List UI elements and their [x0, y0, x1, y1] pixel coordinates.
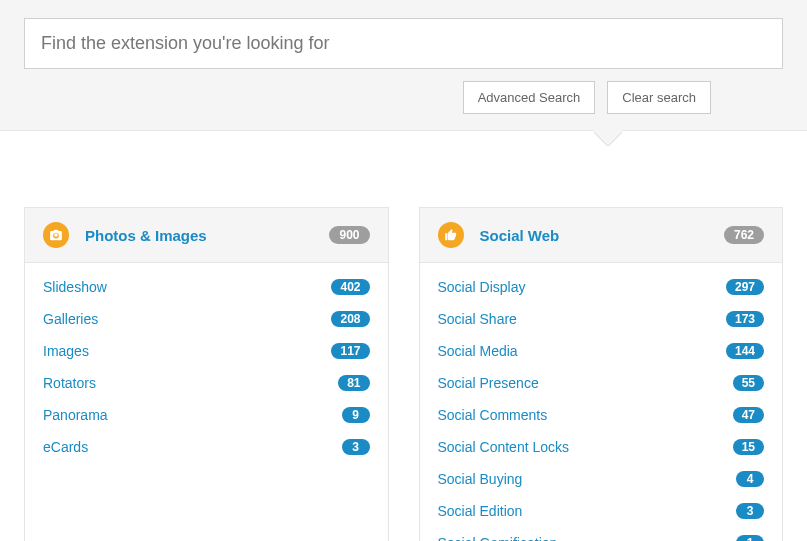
item-label[interactable]: Social Comments [438, 407, 548, 423]
categories-row: Photos & Images 900 Slideshow402 Galleri… [0, 131, 807, 541]
list-item[interactable]: Social Gamification1 [438, 527, 765, 541]
category-title: Photos & Images [85, 227, 207, 244]
item-label[interactable]: Images [43, 343, 89, 359]
list-item[interactable]: Rotators81 [43, 367, 370, 399]
item-count-badge: 144 [726, 343, 764, 359]
search-input[interactable] [24, 18, 783, 69]
category-list: Social Display297 Social Share173 Social… [420, 263, 783, 541]
list-item[interactable]: Images117 [43, 335, 370, 367]
category-header[interactable]: Social Web 762 [420, 208, 783, 263]
item-label[interactable]: Social Buying [438, 471, 523, 487]
list-item[interactable]: Social Media144 [438, 335, 765, 367]
category-card-social: Social Web 762 Social Display297 Social … [419, 207, 784, 541]
item-count-badge: 81 [338, 375, 369, 391]
category-total-badge: 762 [724, 226, 764, 244]
item-count-badge: 47 [733, 407, 764, 423]
camera-icon [43, 222, 69, 248]
category-card-photos: Photos & Images 900 Slideshow402 Galleri… [24, 207, 389, 541]
item-count-badge: 3 [342, 439, 370, 455]
list-item[interactable]: eCards3 [43, 431, 370, 463]
list-item[interactable]: Social Display297 [438, 271, 765, 303]
list-item[interactable]: Social Comments47 [438, 399, 765, 431]
item-count-badge: 4 [736, 471, 764, 487]
category-title: Social Web [480, 227, 560, 244]
item-label[interactable]: Social Media [438, 343, 518, 359]
item-label[interactable]: Social Share [438, 311, 517, 327]
item-label[interactable]: eCards [43, 439, 88, 455]
item-label[interactable]: Social Presence [438, 375, 539, 391]
list-item[interactable]: Social Edition3 [438, 495, 765, 527]
item-count-badge: 297 [726, 279, 764, 295]
search-bar: Advanced Search Clear search [0, 0, 807, 131]
list-item[interactable]: Social Buying4 [438, 463, 765, 495]
item-count-badge: 15 [733, 439, 764, 455]
list-item[interactable]: Panorama9 [43, 399, 370, 431]
clear-search-button[interactable]: Clear search [607, 81, 711, 114]
item-label[interactable]: Social Display [438, 279, 526, 295]
category-total-badge: 900 [329, 226, 369, 244]
item-count-badge: 173 [726, 311, 764, 327]
list-item[interactable]: Social Content Locks15 [438, 431, 765, 463]
item-count-badge: 117 [331, 343, 369, 359]
item-label[interactable]: Social Gamification [438, 535, 558, 541]
item-count-badge: 1 [736, 535, 764, 541]
item-label[interactable]: Slideshow [43, 279, 107, 295]
list-item[interactable]: Social Share173 [438, 303, 765, 335]
list-item[interactable]: Slideshow402 [43, 271, 370, 303]
category-header-left: Photos & Images [43, 222, 207, 248]
category-list: Slideshow402 Galleries208 Images117 Rota… [25, 263, 388, 479]
item-count-badge: 208 [331, 311, 369, 327]
thumbs-up-icon [438, 222, 464, 248]
list-item[interactable]: Galleries208 [43, 303, 370, 335]
category-header-left: Social Web [438, 222, 560, 248]
item-label[interactable]: Social Edition [438, 503, 523, 519]
item-label[interactable]: Rotators [43, 375, 96, 391]
item-label[interactable]: Panorama [43, 407, 108, 423]
item-count-badge: 55 [733, 375, 764, 391]
search-actions: Advanced Search Clear search [24, 81, 783, 114]
category-header[interactable]: Photos & Images 900 [25, 208, 388, 263]
item-label[interactable]: Galleries [43, 311, 98, 327]
item-count-badge: 3 [736, 503, 764, 519]
advanced-search-button[interactable]: Advanced Search [463, 81, 596, 114]
item-count-badge: 402 [331, 279, 369, 295]
item-count-badge: 9 [342, 407, 370, 423]
pointer-notch [594, 130, 622, 146]
item-label[interactable]: Social Content Locks [438, 439, 570, 455]
list-item[interactable]: Social Presence55 [438, 367, 765, 399]
